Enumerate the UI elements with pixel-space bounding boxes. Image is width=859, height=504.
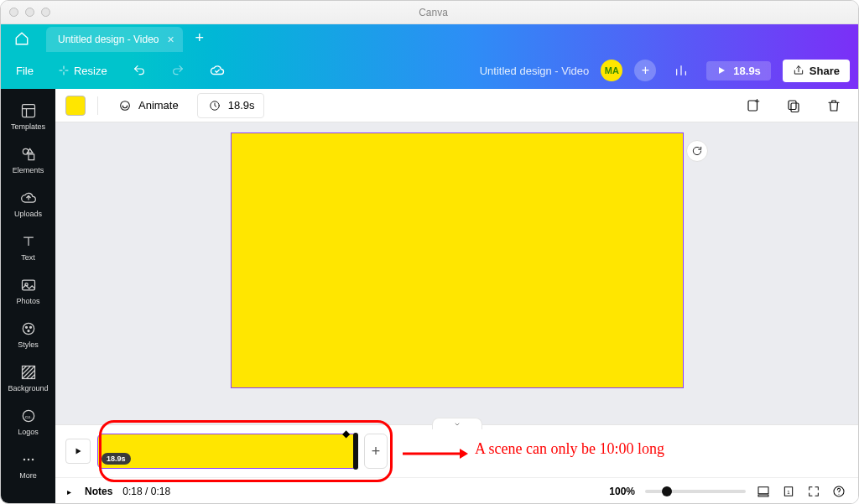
rail-background[interactable]: Background xyxy=(1,357,55,399)
add-collaborator-button[interactable]: + xyxy=(634,60,656,81)
clock-icon xyxy=(206,97,223,114)
mac-min-dot[interactable] xyxy=(25,8,34,17)
file-menu[interactable]: File xyxy=(9,60,40,82)
single-page-icon: 1 xyxy=(782,485,795,498)
clip-trim-handle[interactable] xyxy=(353,433,358,470)
rail-more[interactable]: More xyxy=(1,444,55,486)
cloud-check-icon xyxy=(210,63,225,78)
clip-duration-badge: 18.9s xyxy=(102,453,131,465)
elements-icon xyxy=(20,146,37,163)
rail-text[interactable]: Text xyxy=(1,226,55,268)
rail-label: Background xyxy=(8,384,48,392)
share-icon xyxy=(793,65,804,76)
zoom-value: 100% xyxy=(609,486,635,497)
avatar-initials: MA xyxy=(605,65,619,75)
animate-button[interactable]: Animate xyxy=(110,94,185,117)
duplicate-button[interactable] xyxy=(779,95,808,117)
zoom-slider[interactable] xyxy=(645,490,746,493)
templates-icon xyxy=(20,102,37,119)
new-tab-button[interactable]: + xyxy=(183,24,216,52)
svg-text:co.: co. xyxy=(25,414,32,419)
rail-label: Templates xyxy=(11,122,45,131)
help-icon xyxy=(832,485,846,498)
svg-rect-0 xyxy=(22,105,34,117)
rail-styles[interactable]: Styles xyxy=(1,314,55,356)
canvas-page[interactable] xyxy=(231,132,684,388)
duration-label: 18.9s xyxy=(228,99,255,112)
rail-label: Uploads xyxy=(14,210,42,218)
close-tab-icon[interactable]: × xyxy=(168,33,174,46)
duration-button[interactable]: 18.9s xyxy=(197,93,264,118)
context-bar: Animate 18.9s xyxy=(55,89,858,122)
share-button[interactable]: Share xyxy=(783,60,850,82)
help-button[interactable] xyxy=(831,484,846,499)
rail-uploads[interactable]: Uploads xyxy=(1,183,55,225)
add-page-icon xyxy=(746,98,761,113)
more-icon xyxy=(20,451,37,468)
grid-view-button[interactable] xyxy=(756,484,771,499)
background-color-swatch[interactable] xyxy=(65,96,86,116)
insights-button[interactable] xyxy=(668,59,695,82)
timeline-time: 0:18 / 0:18 xyxy=(122,486,170,497)
canvas-area[interactable] xyxy=(55,122,858,424)
fullscreen-button[interactable] xyxy=(806,484,821,499)
svg-point-12 xyxy=(23,459,25,461)
add-scene-button[interactable]: + xyxy=(364,434,388,469)
svg-point-14 xyxy=(31,459,34,461)
text-icon xyxy=(20,233,37,250)
notes-button[interactable]: Notes xyxy=(85,486,112,497)
side-rail: Templates Elements Uploads Text Photos S… xyxy=(1,89,55,504)
svg-rect-17 xyxy=(748,101,757,111)
background-icon xyxy=(20,364,37,381)
delete-button[interactable] xyxy=(820,95,848,117)
svg-point-8 xyxy=(28,330,29,332)
avatar[interactable]: MA xyxy=(601,60,622,81)
top-toolbar: File Resize Untitled design - Video MA +… xyxy=(1,52,858,89)
clip-marker-icon: ◆ xyxy=(342,428,350,439)
preview-button[interactable]: 18.9s xyxy=(706,61,771,81)
window-title: Canva xyxy=(50,7,816,18)
duplicate-icon xyxy=(786,98,801,113)
scene-view-button[interactable]: 1 xyxy=(781,484,796,499)
file-label: File xyxy=(16,65,34,77)
rail-photos[interactable]: Photos xyxy=(1,270,55,312)
redo-button[interactable] xyxy=(164,59,191,82)
mac-max-dot[interactable] xyxy=(41,8,50,17)
rail-elements[interactable]: Elements xyxy=(1,139,55,181)
fullscreen-icon xyxy=(807,485,820,498)
rail-label: Text xyxy=(21,253,35,262)
trash-icon xyxy=(826,98,841,113)
svg-point-25 xyxy=(838,494,839,495)
refresh-icon xyxy=(691,145,703,157)
timeline-play-button[interactable] xyxy=(65,439,91,464)
rail-label: More xyxy=(19,471,37,480)
rail-label: Elements xyxy=(13,166,44,174)
play-icon xyxy=(716,65,726,75)
document-title[interactable]: Untitled design - Video xyxy=(480,65,590,77)
scene-clip[interactable]: 18.9s ◆ xyxy=(97,434,357,469)
svg-point-7 xyxy=(29,326,31,328)
share-label: Share xyxy=(810,65,840,77)
rail-label: Styles xyxy=(18,340,39,349)
uploads-icon xyxy=(20,190,37,206)
document-tab[interactable]: Untitled design - Video × xyxy=(46,27,183,52)
rail-templates[interactable]: Templates xyxy=(1,96,55,138)
photos-icon xyxy=(20,277,37,294)
undo-button[interactable] xyxy=(126,59,153,82)
svg-point-13 xyxy=(27,459,29,461)
document-tab-label: Untitled design - Video xyxy=(58,34,159,45)
tab-strip: Untitled design - Video × + xyxy=(1,24,858,52)
resize-button[interactable]: Resize xyxy=(52,60,114,82)
refresh-button[interactable] xyxy=(686,140,708,162)
home-tab[interactable] xyxy=(1,24,43,52)
rail-label: Photos xyxy=(16,297,39,305)
add-page-button[interactable] xyxy=(739,95,768,117)
svg-point-5 xyxy=(23,323,34,334)
resize-label: Resize xyxy=(74,65,107,77)
cloud-status[interactable] xyxy=(203,58,232,83)
timeline: 18.9s ◆ + ▸ Notes 0:18 / 0:18 100% xyxy=(55,424,858,504)
mac-titlebar: Canva xyxy=(1,1,858,24)
undo-icon xyxy=(133,64,146,77)
mac-close-dot[interactable] xyxy=(9,8,18,17)
rail-logos[interactable]: co. Logos xyxy=(1,401,55,443)
